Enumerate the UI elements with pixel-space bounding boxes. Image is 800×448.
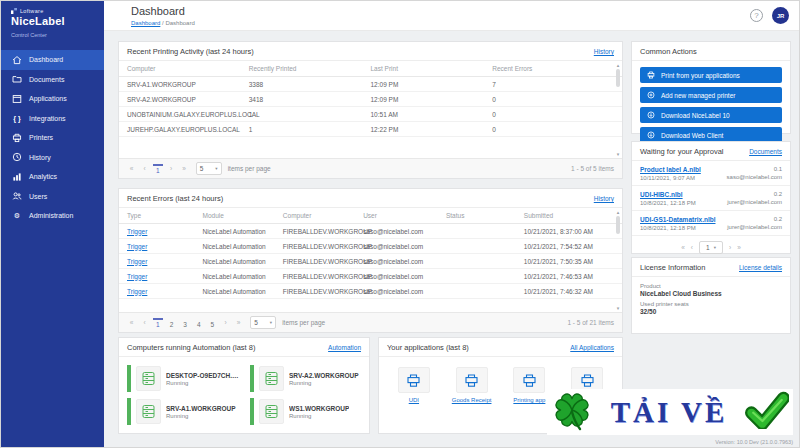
sidebar-item-printers[interactable]: Printers	[1, 128, 104, 148]
table-row: SRV-A1.WORKGROUP338812:09 PM7	[119, 77, 622, 92]
col-module[interactable]: Module	[202, 212, 282, 219]
sidebar-item-integrations[interactable]: { } Integrations	[1, 109, 104, 129]
printing-history-link[interactable]: History	[594, 48, 614, 55]
automation-computer-tile[interactable]: SRV-A1.WORKGROUPRunning	[127, 398, 242, 425]
scroll-thumb[interactable]	[616, 216, 620, 234]
scroll-thumb[interactable]	[616, 69, 620, 87]
trigger-link[interactable]: Trigger	[127, 288, 147, 295]
main-content: Recent Printing Activity (last 24 hours)…	[104, 31, 800, 448]
page-number[interactable]: 1	[153, 318, 163, 328]
add-managed-printer-button[interactable]: Add new managed printer	[640, 87, 782, 103]
common-actions-panel: Common Actions Print from your applicati…	[631, 41, 791, 134]
sidebar-item-history[interactable]: History	[1, 148, 104, 168]
page-size-select[interactable]: 5▾	[250, 316, 276, 329]
prev-page-icon[interactable]: ‹	[691, 244, 693, 251]
breadcrumb-link[interactable]: Dashboard	[131, 20, 160, 26]
approval-pagination: « ‹ 1▾ › »	[632, 236, 790, 258]
documents-link[interactable]: Documents	[749, 148, 782, 155]
page-number[interactable]: 4	[194, 318, 204, 328]
table-row: TriggerNiceLabel AutomationFIREBALLDEV.W…	[119, 284, 622, 299]
scroll-up-icon[interactable]: ▴	[617, 62, 620, 68]
braces-icon: { }	[12, 113, 22, 123]
seats-value: 32/50	[640, 308, 782, 315]
topbar: Dashboard Dashboard / Dashboard ? JR	[104, 1, 800, 31]
app-tile[interactable]: UDI	[388, 367, 440, 433]
app-tile[interactable]: Goods Receipt	[446, 367, 498, 433]
scroll-down-icon[interactable]: ▾	[617, 151, 620, 157]
help-icon[interactable]: ?	[750, 9, 763, 22]
col-computer[interactable]: Computer	[127, 65, 249, 72]
errors-history-link[interactable]: History	[594, 195, 614, 202]
scroll-down-icon[interactable]: ▾	[617, 305, 620, 311]
print-from-applications-button[interactable]: Print from your applications	[640, 67, 782, 83]
automation-computer-tile[interactable]: WS1.WORKGROUPRunning	[250, 398, 361, 425]
next-page-icon[interactable]: ›	[221, 319, 230, 326]
col-recently-printed[interactable]: Recently Printed	[249, 65, 371, 72]
gear-icon: ⚙	[12, 211, 22, 221]
all-applications-link[interactable]: All Applications	[570, 344, 614, 351]
sidebar-item-label: Analytics	[29, 173, 57, 180]
first-page-icon[interactable]: «	[681, 244, 685, 251]
table-row: UNOBTAINIUM.GALAXY.EUROPLUS.LOCAL110:51 …	[119, 107, 622, 122]
page-number[interactable]: 2	[167, 318, 177, 328]
trigger-link[interactable]: Trigger	[127, 228, 147, 235]
sidebar-item-analytics[interactable]: Analytics	[1, 167, 104, 187]
prev-page-icon[interactable]: ‹	[140, 165, 149, 172]
next-page-icon[interactable]: ›	[167, 165, 176, 172]
trigger-link[interactable]: Trigger	[127, 258, 147, 265]
sidebar-item-users[interactable]: Users	[1, 187, 104, 207]
sidebar-item-applications[interactable]: Applications	[1, 89, 104, 109]
printer-app-icon	[513, 367, 545, 393]
document-link[interactable]: UDI-GS1-Datamatrix.nlbl	[640, 216, 716, 223]
page-number[interactable]: 5	[208, 318, 218, 328]
page-size-select[interactable]: 5▾	[196, 162, 222, 175]
printer-app-icon	[398, 367, 430, 393]
page-select[interactable]: 1▾	[699, 241, 723, 254]
download-nicelabel-button[interactable]: Download NiceLabel 10	[640, 107, 782, 123]
col-status[interactable]: Status	[446, 212, 524, 219]
first-page-icon[interactable]: «	[127, 165, 136, 172]
brand-loftware-label: Loftware	[20, 8, 44, 14]
server-icon	[259, 366, 284, 391]
download-watermark-text: TẢI VỀ	[611, 396, 728, 429]
col-user[interactable]: User	[363, 212, 446, 219]
license-details-link[interactable]: License details	[739, 264, 782, 271]
license-panel: License Information License details Prod…	[631, 257, 791, 334]
scroll-up-icon[interactable]: ▴	[617, 209, 620, 215]
automation-computer-tile[interactable]: DESKTOP-O9ED7CH.WORK...Running	[127, 365, 242, 392]
table-header: Computer Recently Printed Last Print Rec…	[119, 61, 622, 77]
last-page-icon[interactable]: »	[737, 244, 741, 251]
col-last-print[interactable]: Last Print	[371, 65, 493, 72]
last-page-icon[interactable]: »	[180, 165, 189, 172]
last-page-icon[interactable]: »	[234, 319, 243, 326]
status-bar	[127, 365, 131, 392]
sidebar-item-dashboard[interactable]: Dashboard	[1, 50, 104, 70]
col-computer[interactable]: Computer	[283, 212, 363, 219]
automation-computer-tile[interactable]: SRV-A2.WORKGROUPRunning	[250, 365, 361, 392]
document-link[interactable]: Product label A.nlbl	[640, 166, 701, 173]
next-page-icon[interactable]: ›	[729, 244, 731, 251]
trigger-link[interactable]: Trigger	[127, 243, 147, 250]
printing-activity-title: Recent Printing Activity (last 24 hours)	[127, 47, 254, 56]
server-icon	[136, 366, 161, 391]
col-type[interactable]: Type	[127, 212, 202, 219]
page-number[interactable]: 1	[153, 164, 163, 174]
table-scrollbar[interactable]: ▴▾	[614, 208, 622, 312]
automation-panel: Computers running Automation (last 8) Au…	[118, 337, 370, 434]
prev-page-icon[interactable]: ‹	[140, 319, 149, 326]
sidebar-item-administration[interactable]: ⚙ Administration	[1, 206, 104, 226]
automation-link[interactable]: Automation	[328, 344, 361, 351]
first-page-icon[interactable]: «	[127, 319, 136, 326]
sidebar-item-documents[interactable]: Documents	[1, 70, 104, 90]
trigger-link[interactable]: Trigger	[127, 273, 147, 280]
page-number[interactable]: 3	[180, 318, 190, 328]
avatar[interactable]: JR	[772, 7, 789, 24]
status-bar	[250, 365, 254, 392]
table-scrollbar[interactable]: ▴▾	[614, 61, 622, 158]
server-icon	[259, 399, 284, 424]
plus-circle-icon	[647, 91, 655, 100]
sidebar-item-label: Integrations	[29, 115, 66, 122]
col-submitted[interactable]: Submitted	[524, 212, 614, 219]
col-recent-errors[interactable]: Recent Errors	[492, 65, 614, 72]
document-link[interactable]: UDI-HIBC.nlbl	[640, 191, 696, 198]
